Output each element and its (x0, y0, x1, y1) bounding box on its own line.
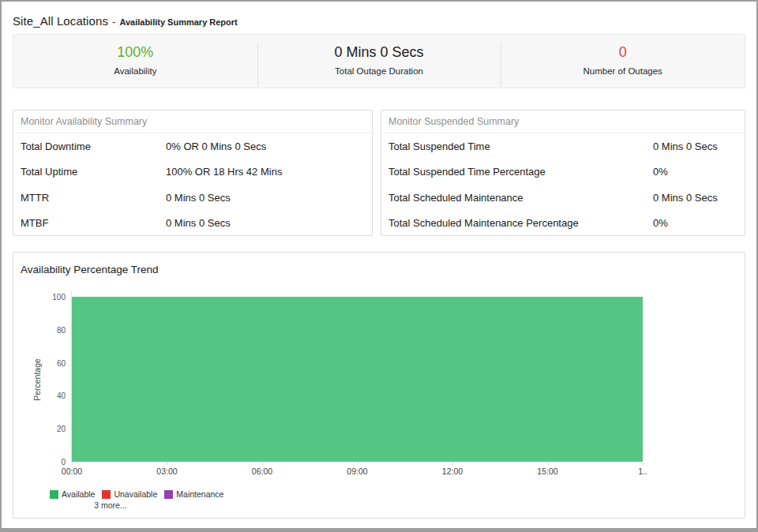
y-axis-title: Percentage (32, 358, 42, 401)
row-label: Total Downtime (21, 140, 166, 152)
legend-swatch-icon (164, 490, 173, 499)
x-axis-tick-mark (358, 462, 358, 465)
row-value: 0 Mins 0 Secs (166, 217, 231, 229)
row-value: 0% OR 0 Mins 0 Secs (166, 140, 266, 152)
legend-item-available[interactable]: Available (50, 489, 95, 499)
table-row: Total Uptime 100% OR 18 Hrs 42 Mins (21, 159, 372, 185)
row-label: Total Suspended Time Percentage (388, 166, 653, 178)
suspended-panel-title: Monitor Suspended Summary (381, 111, 745, 133)
table-row: Total Scheduled Maintenance 0 Mins 0 Sec… (388, 185, 745, 211)
legend-item-maintenance[interactable]: Maintenance (164, 489, 223, 499)
row-label: MTBF (21, 217, 166, 229)
y-axis-tick-label: 40 (57, 392, 66, 400)
y-axis-tick-label: 100 (52, 293, 66, 302)
row-label: Total Scheduled Maintenance Percentage (388, 217, 653, 229)
x-axis-tick-mark (72, 462, 73, 465)
outage-count-label: Number of Outages (501, 66, 745, 76)
row-value: 0% (653, 217, 668, 229)
table-row: Total Scheduled Maintenance Percentage 0… (388, 211, 745, 237)
table-row: MTBF 0 Mins 0 Secs (21, 211, 372, 237)
table-row: Total Suspended Time 0 Mins 0 Secs (388, 133, 745, 159)
x-axis-tick-label: 15:00 (537, 466, 557, 476)
availability-trend-panel: Availability Percentage Trend Percentage… (13, 252, 745, 519)
x-axis-tick-label: 12:00 (442, 466, 463, 476)
x-axis-tick-label: 1.. (638, 466, 647, 476)
x-axis-tick-label: 03:00 (156, 466, 177, 476)
row-value: 0 Mins 0 Secs (653, 140, 718, 152)
table-row: Total Downtime 0% OR 0 Mins 0 Secs (21, 133, 372, 159)
x-axis-tick-mark (167, 462, 168, 465)
y-axis-tick-label: 20 (57, 425, 66, 433)
report-content: Site_All Locations - Availability Summar… (2, 14, 756, 519)
stat-outage-count: 0 Number of Outages (501, 35, 745, 88)
x-axis-tick-mark (643, 462, 644, 465)
availability-report-page: Site_All Locations - Availability Summar… (0, 0, 758, 532)
legend-swatch-icon (102, 490, 111, 499)
stat-outage-duration: 0 Mins 0 Secs Total Outage Duration (257, 35, 501, 88)
monitor-availability-summary-panel: Monitor Availability Summary Total Downt… (13, 110, 373, 236)
report-header: Site_All Locations - Availability Summar… (13, 14, 745, 31)
legend-label: Available (62, 489, 95, 499)
chart-legend: AvailableUnavailableMaintenance (50, 489, 231, 499)
x-axis-tick-mark (548, 462, 549, 465)
row-value: 100% OR 18 Hrs 42 Mins (166, 166, 282, 178)
page-title: Site_All Locations (13, 14, 108, 28)
title-separator: - (112, 16, 115, 28)
x-axis-tick-label: 09:00 (347, 466, 367, 476)
outage-count-value: 0 (501, 44, 745, 60)
legend-label: Unavailable (114, 489, 157, 499)
report-subtitle: Availability Summary Report (119, 17, 237, 27)
row-value: 0 Mins 0 Secs (166, 192, 231, 204)
detail-panels-row: Monitor Availability Summary Total Downt… (13, 110, 745, 236)
availability-value: 100% (13, 44, 257, 60)
y-axis-tick-label: 60 (57, 358, 66, 367)
row-label: Total Scheduled Maintenance (388, 192, 653, 204)
row-label: MTTR (21, 192, 166, 204)
availability-panel-rows: Total Downtime 0% OR 0 Mins 0 Secs Total… (13, 133, 372, 236)
plot-area: Percentage 02040608010000:0003:0006:0009… (72, 297, 741, 462)
row-label: Total Suspended Time (388, 140, 653, 152)
x-axis-tick-mark (262, 462, 263, 465)
availability-label: Availability (13, 66, 257, 76)
monitor-suspended-summary-panel: Monitor Suspended Summary Total Suspende… (381, 110, 745, 236)
x-axis-tick-mark (452, 462, 453, 465)
row-label: Total Uptime (21, 166, 166, 178)
availability-panel-title: Monitor Availability Summary (13, 111, 372, 133)
legend-swatch-icon (50, 490, 58, 499)
available-area-series (72, 297, 643, 462)
y-axis-tick-label: 80 (57, 325, 66, 334)
x-axis-tick-label: 00:00 (62, 466, 82, 476)
legend-more-link[interactable]: 3 more... (83, 500, 138, 510)
legend-label: Maintenance (176, 489, 223, 499)
legend-item-unavailable[interactable]: Unavailable (102, 489, 157, 499)
table-row: Total Suspended Time Percentage 0% (388, 159, 745, 185)
summary-strip: 100% Availability 0 Mins 0 Secs Total Ou… (13, 34, 745, 88)
chart-title: Availability Percentage Trend (13, 253, 745, 275)
table-row: MTTR 0 Mins 0 Secs (21, 185, 372, 211)
suspended-panel-rows: Total Suspended Time 0 Mins 0 Secs Total… (381, 133, 745, 236)
row-value: 0 Mins 0 Secs (653, 192, 718, 204)
row-value: 0% (653, 166, 668, 178)
outage-duration-value: 0 Mins 0 Secs (257, 44, 501, 60)
x-axis-tick-label: 06:00 (252, 466, 272, 476)
outage-duration-label: Total Outage Duration (257, 66, 501, 76)
stat-availability: 100% Availability (13, 35, 257, 88)
y-axis-tick-label: 0 (61, 458, 66, 466)
